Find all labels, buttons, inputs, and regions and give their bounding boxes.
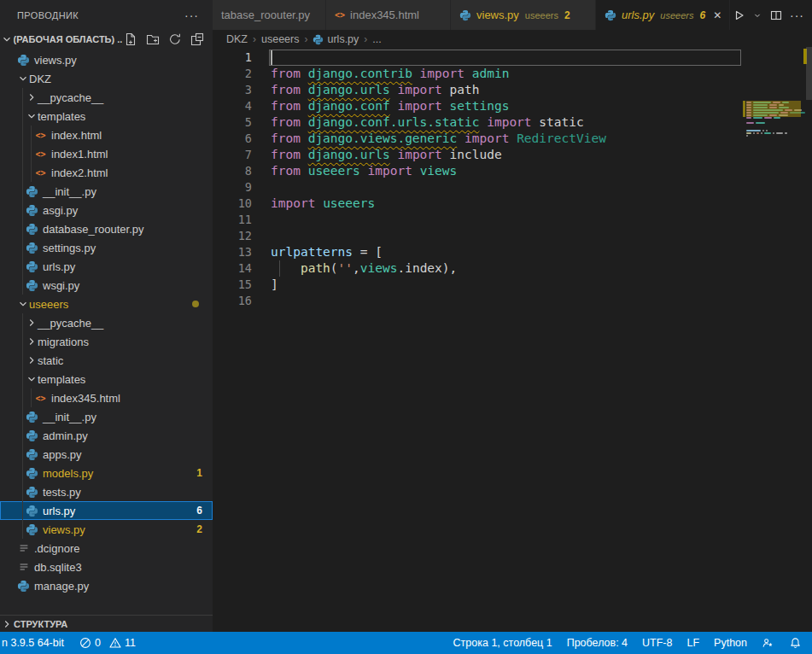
- tree-folder--pycache-[interactable]: __pycache__: [0, 313, 213, 332]
- run-dropdown-icon[interactable]: [751, 5, 764, 26]
- tree-file-views-py[interactable]: views.py2: [0, 520, 213, 539]
- new-file-icon[interactable]: [122, 31, 139, 48]
- tab-views-py[interactable]: views.pyuseeers2: [451, 0, 596, 30]
- python-file-icon: [26, 429, 38, 442]
- tab-label: views.py: [476, 9, 519, 21]
- python-file-icon: [17, 580, 30, 593]
- code-line-11[interactable]: [271, 212, 743, 228]
- tab-tabase-roouter-py[interactable]: tabase_roouter.py: [213, 0, 326, 30]
- tree-file-tests-py[interactable]: tests.py: [0, 482, 213, 501]
- tree-file-asgi-py[interactable]: asgi.py: [0, 201, 213, 219]
- warning-count: 11: [125, 637, 136, 649]
- tree-file--init-py[interactable]: __init__.py: [0, 407, 213, 426]
- outline-section-header[interactable]: СТРУКТУРА: [0, 615, 213, 632]
- tree-file-urls-py[interactable]: urls.py: [0, 257, 213, 276]
- tree-file--dcignore[interactable]: .dcignore: [0, 539, 213, 558]
- code-line-1[interactable]: [271, 50, 743, 66]
- code-line-9[interactable]: [271, 179, 743, 196]
- code-line-13[interactable]: urlpatterns = [: [271, 244, 743, 260]
- collapse-all-icon[interactable]: [189, 31, 206, 48]
- tab-index345-html[interactable]: <>index345.html: [326, 0, 451, 30]
- tree-file-index-html[interactable]: <>index.html: [0, 126, 213, 144]
- tree-folder-templates[interactable]: templates: [0, 107, 213, 126]
- file-tree: views.pyDKZ__pycache__templates<>index.h…: [0, 50, 213, 595]
- tab-urls-py[interactable]: urls.pyuseeers6✕: [596, 0, 730, 30]
- python-file-icon: [605, 9, 616, 21]
- cursor-position-status[interactable]: Строка 1, столбец 1: [453, 637, 552, 649]
- indent-guide: [22, 88, 23, 295]
- explorer-header: ПРОВОДНИК ···: [0, 0, 213, 30]
- tree-file-settings-py[interactable]: settings.py: [0, 238, 213, 257]
- breadcrumb: DKZ›useeers›urls.py›...: [213, 30, 812, 49]
- python-file-icon: [26, 505, 38, 517]
- feedback-icon[interactable]: [762, 637, 774, 650]
- tree-folder-useeers[interactable]: useeers: [0, 295, 213, 313]
- scrollbar-slider[interactable]: [806, 47, 812, 100]
- tree-file-admin-py[interactable]: admin.py: [0, 426, 213, 445]
- workspace-section-header[interactable]: (РАБОЧАЯ ОБЛАСТЬ) ...: [0, 30, 213, 49]
- tree-file-views-py[interactable]: views.py: [0, 50, 213, 69]
- code-line-14[interactable]: path('',views.index),: [271, 260, 743, 277]
- tree-file-wsgi-py[interactable]: wsgi.py: [0, 276, 213, 295]
- line-number-gutter[interactable]: 12345678910111213141516: [213, 50, 252, 309]
- chevron-down-icon: [0, 33, 14, 45]
- tree-file-urls-py[interactable]: urls.py6: [0, 501, 213, 520]
- tree-file-index1-html[interactable]: <>index1.html: [0, 144, 213, 163]
- tree-item-label: db.sqlite3: [34, 561, 82, 574]
- tree-folder-dkz[interactable]: DKZ: [0, 69, 213, 88]
- tree-file-database-roouter-py[interactable]: database_roouter.py: [0, 219, 213, 238]
- tree-file-index2-html[interactable]: <>index2.html: [0, 163, 213, 182]
- breadcrumb-item-dkz[interactable]: DKZ: [226, 33, 248, 45]
- code-line-7[interactable]: from django.urls import include: [271, 147, 743, 163]
- explorer-more-icon[interactable]: ···: [184, 11, 199, 20]
- breadcrumb-item-useeers[interactable]: useeers: [261, 33, 299, 45]
- code-line-16[interactable]: [271, 293, 743, 309]
- tree-folder-templates[interactable]: templates: [0, 370, 213, 388]
- python-interpreter-status[interactable]: n 3.9.5 64-bit: [2, 637, 64, 649]
- tree-file-db-sqlite3[interactable]: db.sqlite3: [0, 558, 213, 576]
- tree-file-index345-html[interactable]: <>index345.html: [0, 388, 213, 407]
- breadcrumb-item--[interactable]: ...: [372, 33, 381, 45]
- python-file-icon: [26, 223, 38, 236]
- code-line-10[interactable]: import useeers: [271, 196, 743, 212]
- code-line-4[interactable]: from django.conf import settings: [271, 98, 743, 114]
- new-folder-icon[interactable]: [144, 31, 161, 48]
- code-pane[interactable]: from django.contrib import adminfrom dja…: [271, 50, 743, 309]
- refresh-icon[interactable]: [166, 31, 184, 48]
- list-file-icon: [17, 542, 30, 554]
- encoding-status[interactable]: UTF-8: [642, 637, 672, 649]
- minimap[interactable]: [743, 97, 803, 285]
- tree-file--init-py[interactable]: __init__.py: [0, 182, 213, 201]
- code-line-15[interactable]: ]: [271, 277, 743, 293]
- code-editor[interactable]: 12345678910111213141516 from django.cont…: [213, 49, 812, 632]
- breadcrumb-separator: ›: [253, 33, 256, 45]
- tab-label: tabase_roouter.py: [221, 9, 310, 21]
- notifications-bell-icon[interactable]: [789, 637, 802, 650]
- tree-file-apps-py[interactable]: apps.py: [0, 445, 213, 464]
- eol-status[interactable]: LF: [686, 637, 699, 649]
- status-bar: n 3.9.5 64-bit 0 11 Строка 1, столбец 1П…: [0, 632, 812, 654]
- close-icon[interactable]: ✕: [713, 10, 721, 20]
- problems-status[interactable]: 0 11: [79, 637, 136, 649]
- tree-file-manage-py[interactable]: manage.py: [0, 576, 213, 595]
- code-line-6[interactable]: from django.views.generic import Redirec…: [271, 131, 743, 147]
- breadcrumb-item-urls-py[interactable]: urls.py: [313, 33, 359, 45]
- language-mode-status[interactable]: Python: [714, 637, 747, 649]
- run-button[interactable]: [730, 5, 747, 26]
- split-editor-icon[interactable]: [768, 5, 785, 26]
- code-line-2[interactable]: from django.contrib import admin: [271, 66, 743, 82]
- chevron-right-icon: [26, 317, 38, 329]
- tree-item-label: useeers: [29, 298, 68, 311]
- tree-folder--pycache-[interactable]: __pycache__: [0, 88, 213, 107]
- tree-item-label: static: [38, 354, 63, 367]
- indentation-status[interactable]: Пробелов: 4: [567, 637, 628, 649]
- code-line-12[interactable]: [271, 228, 743, 244]
- overview-ruler[interactable]: [803, 47, 812, 632]
- code-line-8[interactable]: from useeers import views: [271, 163, 743, 179]
- code-line-5[interactable]: from django.conf.urls.static import stat…: [271, 114, 743, 131]
- tree-file-models-py[interactable]: models.py1: [0, 464, 213, 482]
- tree-folder-migrations[interactable]: migrations: [0, 332, 213, 351]
- code-line-3[interactable]: from django.urls import path: [271, 82, 743, 98]
- tree-folder-static[interactable]: static: [0, 351, 213, 370]
- editor-more-actions-icon[interactable]: ···: [788, 5, 806, 26]
